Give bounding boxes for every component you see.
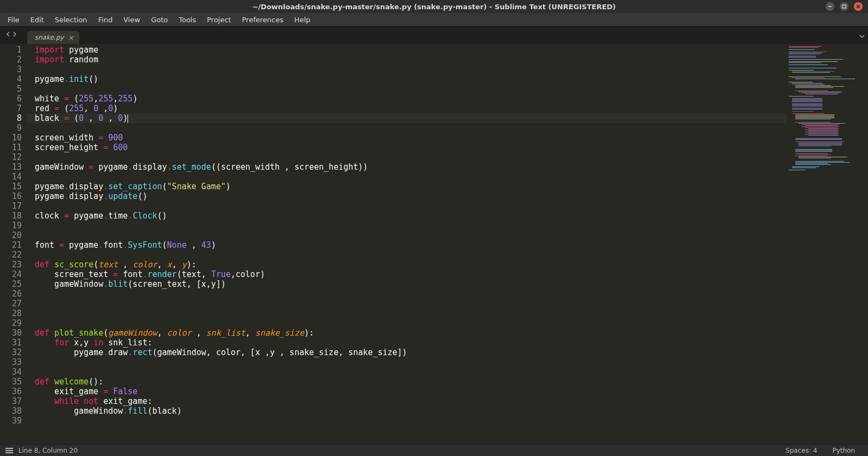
tab-overflow-icon[interactable] bbox=[859, 31, 865, 41]
window-close-button[interactable] bbox=[854, 2, 863, 11]
code-line[interactable] bbox=[27, 152, 787, 162]
window-maximize-button[interactable] bbox=[840, 2, 848, 11]
code-line[interactable] bbox=[27, 416, 787, 426]
window-titlebar: ~/Downloads/snake.py-master/snake.py (sn… bbox=[0, 0, 868, 13]
nav-back-icon[interactable] bbox=[5, 29, 11, 39]
code-line[interactable]: screen_width = 900 bbox=[27, 133, 787, 143]
tab-bar: snake.py × bbox=[0, 27, 868, 44]
panel-switcher-icon[interactable] bbox=[5, 448, 13, 453]
line-number-gutter: 1234567891011121314151617181920212223242… bbox=[0, 44, 27, 444]
code-line[interactable]: gameWindow.fill(black) bbox=[27, 406, 787, 416]
code-line[interactable]: def sc_score(text , color, x, y): bbox=[27, 260, 787, 269]
code-line[interactable]: pygame.display.update() bbox=[27, 191, 787, 201]
code-line[interactable] bbox=[27, 123, 787, 133]
status-indent[interactable]: Spaces: 4 bbox=[778, 447, 825, 454]
code-line[interactable]: import pygame bbox=[27, 45, 787, 55]
code-line[interactable]: font = pygame.font.SysFont(None , 43) bbox=[27, 240, 787, 250]
code-line[interactable] bbox=[27, 230, 787, 240]
tab-close-icon[interactable]: × bbox=[67, 34, 75, 41]
code-line[interactable] bbox=[27, 357, 787, 367]
code-line[interactable] bbox=[27, 289, 787, 299]
minimap[interactable] bbox=[787, 44, 868, 444]
code-line[interactable] bbox=[27, 84, 787, 94]
code-line[interactable]: gameWindow = pygame.display.set_mode((sc… bbox=[27, 162, 787, 172]
editor[interactable]: 1234567891011121314151617181920212223242… bbox=[0, 44, 868, 444]
code-line[interactable]: def plot_snake(gameWindow, color , snk_l… bbox=[27, 328, 787, 338]
code-line[interactable] bbox=[27, 201, 787, 211]
menu-goto[interactable]: Goto bbox=[145, 14, 173, 25]
code-line[interactable] bbox=[27, 221, 787, 230]
menu-preferences[interactable]: Preferences bbox=[237, 14, 289, 25]
code-line[interactable] bbox=[27, 65, 787, 74]
code-line[interactable] bbox=[27, 318, 787, 328]
code-line[interactable]: def welcome(): bbox=[27, 377, 787, 387]
window-title: ~/Downloads/snake.py-master/snake.py (sn… bbox=[252, 3, 616, 11]
status-cursor[interactable]: Line 8, Column 20 bbox=[18, 447, 78, 454]
svg-rect-1 bbox=[843, 5, 846, 8]
code-line[interactable]: red = (255, 0 ,0) bbox=[27, 104, 787, 113]
code-line[interactable]: exit_game = False bbox=[27, 387, 787, 396]
status-syntax[interactable]: Python bbox=[825, 447, 863, 454]
code-line[interactable] bbox=[27, 367, 787, 377]
code-line[interactable]: while not exit_game: bbox=[27, 396, 787, 406]
code-line[interactable] bbox=[27, 172, 787, 182]
menu-view[interactable]: View bbox=[118, 14, 146, 25]
status-bar: Line 8, Column 20 Spaces: 4 Python bbox=[0, 444, 868, 456]
code-line[interactable]: import random bbox=[27, 55, 787, 65]
code-line[interactable]: clock = pygame.time.Clock() bbox=[27, 211, 787, 221]
menu-project[interactable]: Project bbox=[201, 14, 236, 25]
code-line[interactable]: pygame.init() bbox=[27, 74, 787, 84]
code-line[interactable]: white = (255,255,255) bbox=[27, 94, 787, 104]
code-line[interactable]: gameWindow.blit(screen_text, [x,y]) bbox=[27, 279, 787, 289]
window-minimize-button[interactable] bbox=[826, 2, 834, 11]
code-line[interactable] bbox=[27, 250, 787, 260]
code-line[interactable]: screen_text = font.render(text, True,col… bbox=[27, 269, 787, 279]
code-line[interactable]: for x,y in snk_list: bbox=[27, 338, 787, 348]
code-line[interactable]: pygame.draw.rect(gameWindow, color, [x ,… bbox=[27, 348, 787, 357]
menu-edit[interactable]: Edit bbox=[25, 14, 49, 25]
menu-tools[interactable]: Tools bbox=[173, 14, 201, 25]
menu-help[interactable]: Help bbox=[289, 14, 316, 25]
menu-file[interactable]: File bbox=[2, 14, 25, 25]
nav-forward-icon[interactable] bbox=[12, 29, 17, 39]
code-area[interactable]: import pygameimport randompygame.init()w… bbox=[27, 44, 787, 444]
tab-label: snake.py bbox=[35, 34, 64, 41]
code-line[interactable] bbox=[27, 309, 787, 318]
code-line[interactable]: screen_height = 600 bbox=[27, 143, 787, 152]
menu-bar: File Edit Selection Find View Goto Tools… bbox=[0, 13, 868, 27]
tab-snake-py[interactable]: snake.py × bbox=[27, 31, 79, 44]
code-line[interactable] bbox=[27, 299, 787, 309]
menu-selection[interactable]: Selection bbox=[49, 14, 93, 25]
menu-find[interactable]: Find bbox=[93, 14, 118, 25]
code-line[interactable]: pygame.display.set_caption("Snake Game") bbox=[27, 182, 787, 191]
